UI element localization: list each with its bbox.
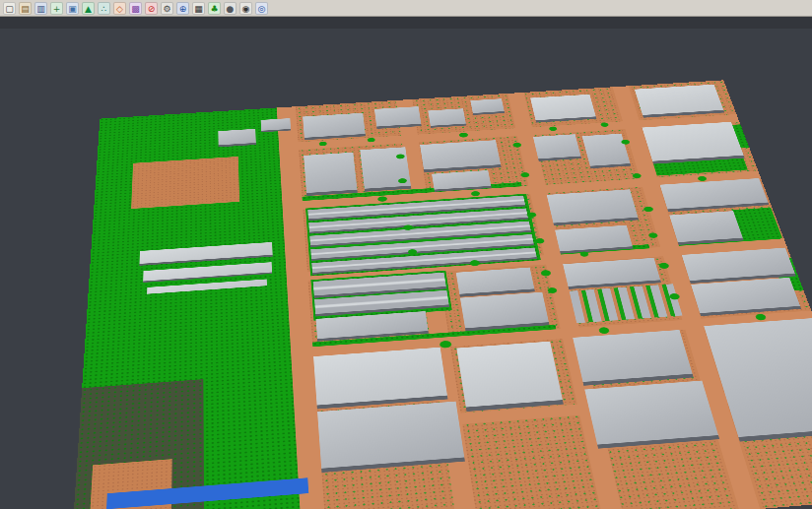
zoom-icon[interactable]: ⊕ xyxy=(176,2,189,15)
vegetation-class-icon[interactable]: ♣ xyxy=(208,2,221,15)
bare-ground-patch xyxy=(131,157,239,209)
building-roof xyxy=(582,134,631,166)
info-icon[interactable]: ◎ xyxy=(255,2,268,15)
storage-units xyxy=(570,284,683,323)
camera-icon[interactable]: ◉ xyxy=(239,2,252,15)
toolbar-icons: ▢▤▥+▣▲∴◇▩⊘⚙⊕▦♣●◉◎ xyxy=(3,2,268,15)
open-project-icon[interactable]: ▤ xyxy=(19,2,32,15)
grid-icon[interactable]: ▦ xyxy=(192,2,205,15)
image-icon[interactable]: ▣ xyxy=(66,2,79,15)
classification-icon[interactable]: ▩ xyxy=(129,2,142,15)
viewport-top-shade xyxy=(0,17,812,29)
settings-icon[interactable]: ⚙ xyxy=(161,2,173,15)
model-viewport-3d[interactable] xyxy=(0,17,812,509)
building-roof xyxy=(533,134,580,159)
new-project-icon[interactable]: ▢ xyxy=(3,2,16,15)
reset-view-icon[interactable]: ⊘ xyxy=(145,2,158,15)
toolbar: ▢▤▥+▣▲∴◇▩⊘⚙⊕▦♣●◉◎ xyxy=(0,0,812,17)
application-window: ▢▤▥+▣▲∴◇▩⊘⚙⊕▦♣●◉◎ xyxy=(0,0,812,509)
terrain-icon[interactable]: ▲ xyxy=(82,2,95,15)
save-project-icon[interactable]: ▥ xyxy=(34,2,47,15)
point-cloud-icon[interactable]: ∴ xyxy=(98,2,110,15)
model-icon[interactable]: ● xyxy=(224,2,237,15)
building-roof xyxy=(584,381,718,445)
building-roof xyxy=(304,153,357,193)
scene xyxy=(70,80,812,509)
building-roof xyxy=(456,342,563,408)
add-photos-icon[interactable]: + xyxy=(50,2,63,15)
mesh-icon[interactable]: ◇ xyxy=(113,2,126,15)
